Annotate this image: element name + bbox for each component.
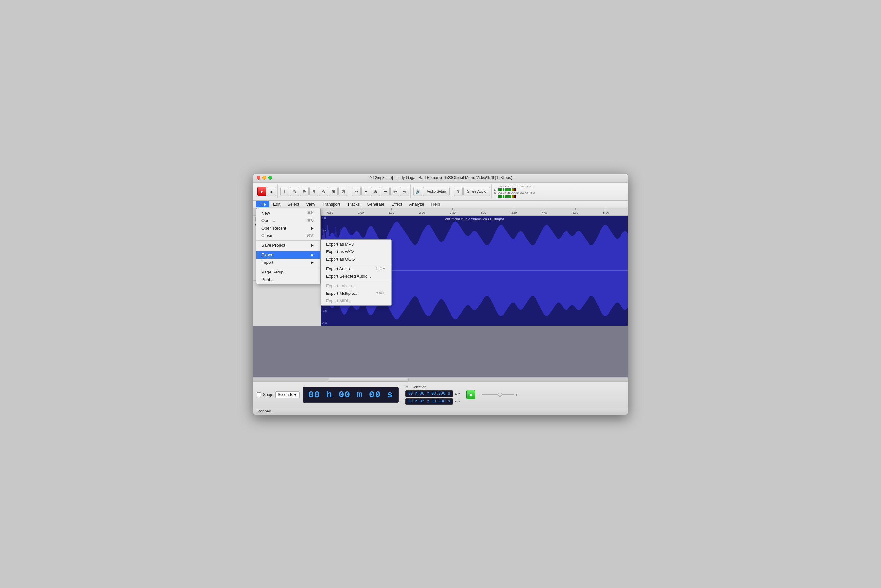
zoom-sel-button[interactable]: ⊞ <box>329 187 338 196</box>
sel-end-time[interactable]: 00 h 07 m 20.686 s <box>405 398 453 405</box>
export-mp3-item[interactable]: Export as MP3 <box>321 240 391 248</box>
waveform-label: 28Official Music Video%29 (128kbps) <box>445 217 504 221</box>
tracks-menu[interactable]: Tracks <box>344 201 363 207</box>
traffic-lights <box>256 176 272 180</box>
snap-label: Snap <box>263 392 272 397</box>
transport-section: ● ■ <box>256 184 278 198</box>
save-project-menu-item[interactable]: Save Project ▶ <box>256 242 320 249</box>
silence-tool[interactable]: ⊢ <box>381 187 390 196</box>
ruler-tick-0: 0:30 <box>327 208 333 214</box>
file-menu[interactable]: File <box>256 201 269 207</box>
minimize-button[interactable] <box>262 176 266 180</box>
ruler-tick-7: 4:00 <box>542 208 548 214</box>
vu-bar-bot <box>498 195 535 198</box>
draw-tool-button[interactable]: ✎ <box>290 187 299 196</box>
export-ogg-item[interactable]: Export as OGG <box>321 255 391 263</box>
ruler-tick-3: 2:00 <box>419 208 425 214</box>
time-display: 00 h 00 m 00 s <box>303 387 399 403</box>
export-midi-item: Export MIDI... <box>321 297 391 304</box>
undo-button[interactable]: ↩ <box>390 187 400 196</box>
generate-menu[interactable]: Generate <box>364 201 388 207</box>
ruler-tick-2: 1:30 <box>389 208 395 214</box>
ruler-tick-8: 4:30 <box>572 208 578 214</box>
edit-tools-section: I ✎ ⊕ ⊖ ⊙ ⊞ ⊠ <box>279 184 349 198</box>
sel-start-time[interactable]: 00 h 00 m 00.000 s <box>405 390 453 397</box>
volume-thumb[interactable] <box>498 393 502 397</box>
zoom-full-button[interactable]: ⊠ <box>339 187 348 196</box>
seconds-dropdown[interactable]: Seconds ▼ <box>275 392 300 398</box>
empty-track-area <box>253 326 628 377</box>
window-title: [YT2mp3.info] - Lady Gaga - Bad Romance … <box>369 176 512 180</box>
selection-section: ⚙ Selection 00 h 00 m 00.000 s ▲▼ 00 h 0… <box>405 385 460 405</box>
help-menu[interactable]: Help <box>428 201 443 207</box>
edit-tools2-section: ✏ ✦ ≋ ⊢ ↩ ↪ <box>350 184 411 198</box>
redo-button[interactable]: ↪ <box>400 187 409 196</box>
vu-bar-top <box>498 189 535 191</box>
stop-button[interactable]: ■ <box>267 187 276 196</box>
snap-section: Snap <box>256 392 272 397</box>
record-button[interactable]: ● <box>257 187 266 196</box>
ruler-tick-5: 3:00 <box>481 208 486 214</box>
ruler-tick-9: 5:00 <box>603 208 609 214</box>
snap-checkbox[interactable] <box>256 392 261 397</box>
select-tool-button[interactable]: I <box>280 187 289 196</box>
export-button[interactable]: ⇧ <box>454 187 463 196</box>
menu-bar: File New ⌘N Open... ⌘O Open Recent ▶ Clo… <box>253 201 628 208</box>
vu-scale-top: -54-48-42-36-30-24-12-60 <box>498 185 535 188</box>
new-menu-item[interactable]: New ⌘N <box>256 210 320 217</box>
scrollbar-thumb[interactable] <box>328 378 409 382</box>
zoom-out-button[interactable]: ⊖ <box>309 187 318 196</box>
zoom-in-button[interactable]: ⊕ <box>300 187 309 196</box>
close-button[interactable] <box>256 176 261 180</box>
export-menu-item[interactable]: Export ▶ <box>256 251 320 259</box>
page-setup-menu-item[interactable]: Page Setup... <box>256 268 320 276</box>
bottom-bar: Snap Seconds ▼ 00 h 00 m 00 s ⚙ Selectio… <box>253 382 628 408</box>
effect-menu[interactable]: Effect <box>388 201 405 207</box>
play-button[interactable]: ▶ <box>466 390 475 399</box>
selection-label-row: ⚙ Selection <box>405 385 460 389</box>
share-section: ⇧ Share Audio <box>452 184 491 198</box>
vu-lr-label: LR <box>494 188 497 195</box>
export-wav-item[interactable]: Export as WAV <box>321 248 391 255</box>
volume-track[interactable] <box>482 394 514 395</box>
select-menu[interactable]: Select <box>284 201 302 207</box>
multi-tool[interactable]: ✦ <box>361 187 370 196</box>
ruler-tick-1: 1:00 <box>358 208 364 214</box>
zoom-fit-button[interactable]: ⊙ <box>319 187 328 196</box>
volume-button[interactable]: 🔊 <box>414 187 423 196</box>
open-menu-item[interactable]: Open... ⌘O <box>256 217 320 224</box>
maximize-button[interactable] <box>268 176 272 180</box>
edit-menu[interactable]: Edit <box>270 201 283 207</box>
print-menu-item[interactable]: Print... <box>256 276 320 283</box>
sel-start-row: 00 h 00 m 00.000 s ▲▼ <box>405 390 460 397</box>
export-audio-item[interactable]: Export Audio... ⇧⌘E <box>321 265 391 273</box>
export-multiple-item[interactable]: Export Multiple... ⇧⌘L <box>321 290 391 297</box>
share-audio-button[interactable]: Share Audio <box>463 187 490 196</box>
main-toolbar: ● ■ I ✎ ⊕ ⊖ ⊙ ⊞ ⊠ ✏ ✦ ≋ ⊢ ↩ ↪ 🔊 Audio Se… <box>253 183 628 201</box>
audio-section: 🔊 Audio Setup <box>412 184 451 198</box>
open-recent-menu-item[interactable]: Open Recent ▶ <box>256 224 320 232</box>
sel-start-arrow[interactable]: ▲▼ <box>454 392 461 395</box>
trim-tool[interactable]: ≋ <box>371 187 380 196</box>
ruler-tick-6: 3:30 <box>511 208 517 214</box>
vol-plus: + <box>515 393 517 397</box>
main-window: [YT2mp3.info] - Lady Gaga - Bad Romance … <box>253 173 628 415</box>
export-submenu: Export as MP3 Export as WAV Export as OG… <box>321 239 392 306</box>
horizontal-scrollbar[interactable] <box>253 377 628 382</box>
export-selected-item[interactable]: Export Selected Audio... <box>321 273 391 280</box>
audio-setup-button[interactable]: Audio Setup <box>423 187 449 196</box>
sel-end-arrow[interactable]: ▲▼ <box>454 399 461 403</box>
analyze-menu[interactable]: Analyze <box>406 201 427 207</box>
vu-scale-bot: -54-48-42-36-30-24-18-12-6 <box>498 192 535 195</box>
vol-minus: − <box>479 393 481 397</box>
pencil-tool[interactable]: ✏ <box>352 187 361 196</box>
title-bar: [YT2mp3.info] - Lady Gaga - Bad Romance … <box>253 174 628 183</box>
gear-icon[interactable]: ⚙ <box>405 385 411 389</box>
close-menu-item[interactable]: Close ⌘W <box>256 232 320 239</box>
import-menu-item[interactable]: Import ▶ <box>256 259 320 266</box>
status-bar: Stopped. <box>253 408 628 415</box>
selection-label-text: Selection <box>412 385 426 389</box>
view-menu[interactable]: View <box>303 201 319 207</box>
ruler-ticks: 0:30 1:00 1:30 2:00 2:30 3:00 <box>321 208 628 215</box>
transport-menu[interactable]: Transport <box>319 201 343 207</box>
